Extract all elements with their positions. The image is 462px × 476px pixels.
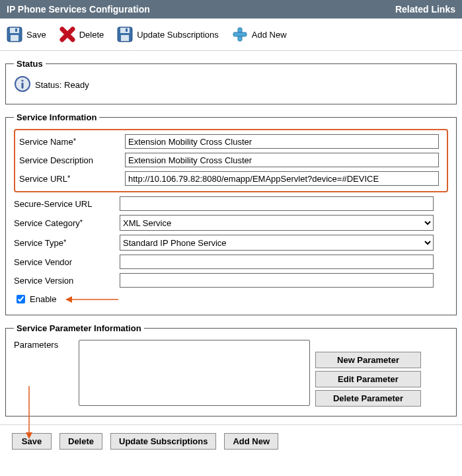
service-param-legend: Service Parameter Information bbox=[14, 323, 144, 333]
toolbar-addnew-label: Add New bbox=[252, 30, 287, 40]
svg-point-11 bbox=[21, 79, 23, 81]
svg-rect-3 bbox=[15, 28, 17, 32]
info-icon bbox=[14, 75, 31, 95]
label-service-url: Service URL bbox=[19, 174, 125, 184]
toolbar-save-label: Save bbox=[26, 30, 46, 40]
toolbar-delete-label: Delete bbox=[79, 30, 104, 40]
label-parameters: Parameters bbox=[14, 340, 73, 350]
toolbar-update-label: Update Subscriptions bbox=[137, 30, 219, 40]
svg-rect-6 bbox=[121, 35, 129, 41]
footer-save-button[interactable]: Save bbox=[12, 433, 52, 450]
footer-addnew-button[interactable]: Add New bbox=[224, 433, 278, 450]
svg-rect-7 bbox=[126, 28, 128, 32]
list-parameters[interactable] bbox=[79, 340, 310, 406]
status-legend: Status bbox=[14, 59, 46, 69]
input-service-vendor[interactable] bbox=[120, 255, 434, 269]
input-service-desc[interactable] bbox=[125, 153, 439, 167]
edit-parameter-button[interactable]: Edit Parameter bbox=[315, 371, 421, 387]
label-service-type: Service Type bbox=[14, 238, 120, 248]
add-plus-icon bbox=[231, 25, 249, 44]
delete-parameter-button[interactable]: Delete Parameter bbox=[315, 390, 421, 407]
label-service-vendor: Service Vendor bbox=[14, 257, 120, 267]
label-enable: Enable bbox=[30, 294, 56, 304]
footer-buttons: Save Delete Update Subscriptions Add New bbox=[0, 424, 462, 457]
svg-rect-1 bbox=[10, 28, 19, 33]
status-text: Status: Ready bbox=[35, 80, 89, 90]
label-service-version: Service Version bbox=[14, 276, 120, 286]
toolbar-update[interactable]: Update Subscriptions bbox=[116, 25, 219, 44]
toolbar-save[interactable]: Save bbox=[5, 25, 46, 44]
label-service-category: Service Category bbox=[14, 218, 120, 228]
checkbox-enable[interactable] bbox=[17, 295, 25, 303]
footer-delete-button[interactable]: Delete bbox=[59, 433, 102, 450]
svg-rect-5 bbox=[120, 28, 130, 33]
svg-rect-12 bbox=[22, 83, 24, 89]
service-param-section: Service Parameter Information Parameters… bbox=[5, 323, 457, 416]
page-title: IP Phone Services Configuration bbox=[7, 4, 150, 15]
input-service-version[interactable] bbox=[120, 273, 434, 288]
service-info-section: Service Information Service Name Service… bbox=[5, 112, 457, 315]
input-service-name[interactable] bbox=[125, 134, 439, 149]
label-service-name: Service Name bbox=[19, 137, 125, 147]
footer-update-button[interactable]: Update Subscriptions bbox=[110, 433, 216, 450]
toolbar: Save Delete Update Subscriptions Ad bbox=[0, 19, 462, 51]
annotation-arrow-enable bbox=[65, 294, 118, 305]
service-info-legend: Service Information bbox=[14, 112, 99, 122]
related-links[interactable]: Related Links bbox=[395, 4, 455, 15]
new-parameter-button[interactable]: New Parameter bbox=[315, 352, 421, 368]
toolbar-addnew[interactable]: Add New bbox=[231, 25, 287, 44]
toolbar-delete[interactable]: Delete bbox=[58, 25, 104, 44]
save-disk-icon bbox=[5, 25, 24, 44]
highlight-annotation: Service Name Service Description Service… bbox=[14, 129, 448, 192]
select-service-category[interactable]: XML Service bbox=[120, 215, 434, 231]
page-header: IP Phone Services Configuration Related … bbox=[0, 0, 462, 19]
update-disk-icon bbox=[116, 25, 134, 44]
label-secure-url: Secure-Service URL bbox=[14, 199, 120, 209]
svg-marker-14 bbox=[65, 296, 72, 303]
input-service-url[interactable] bbox=[125, 171, 439, 186]
select-service-type[interactable]: Standard IP Phone Service bbox=[120, 235, 434, 251]
delete-x-icon bbox=[58, 25, 77, 44]
status-section: Status Status: Ready bbox=[5, 59, 457, 104]
svg-rect-2 bbox=[11, 35, 19, 41]
label-service-desc: Service Description bbox=[19, 155, 125, 165]
svg-rect-9 bbox=[233, 32, 247, 36]
input-secure-url[interactable] bbox=[120, 196, 434, 211]
